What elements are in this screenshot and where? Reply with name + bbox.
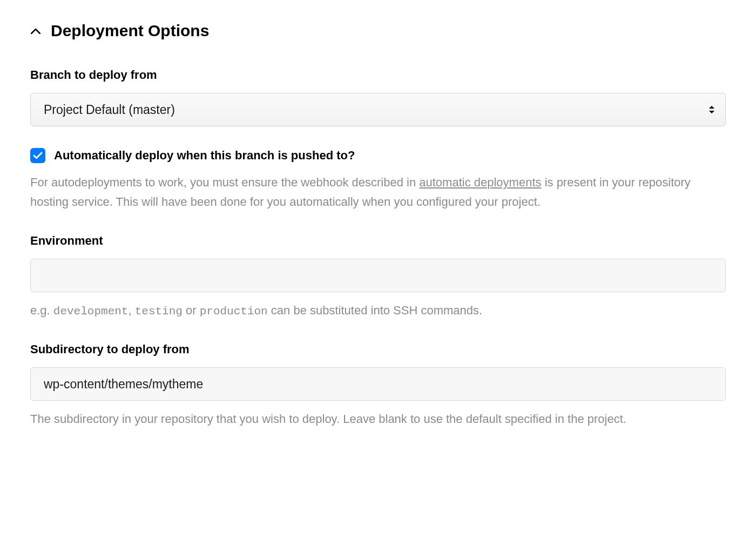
environment-hint-suffix: can be substituted into SSH commands. (268, 304, 482, 317)
autodeploy-help-text: For autodeployments to work, you must en… (30, 173, 726, 212)
autodeploy-help-prefix: For autodeployments to work, you must en… (30, 176, 419, 189)
branch-label: Branch to deploy from (30, 68, 726, 82)
environment-hint-code1: development (53, 305, 129, 318)
autodeploy-checkbox-row: Automatically deploy when this branch is… (30, 148, 726, 163)
branch-select[interactable]: Project Default (master) (30, 93, 726, 126)
environment-hint-code3: production (200, 305, 268, 318)
branch-select-wrapper: Project Default (master) (30, 93, 726, 126)
autodeploy-checkbox[interactable] (30, 148, 45, 163)
environment-hint-mid2: or (183, 304, 200, 317)
environment-field-group: Environment e.g. development, testing or… (30, 234, 726, 321)
environment-input[interactable] (30, 259, 726, 292)
environment-hint-prefix: e.g. (30, 304, 53, 317)
section-title: Deployment Options (51, 22, 209, 40)
environment-label: Environment (30, 234, 726, 248)
branch-field-group: Branch to deploy from Project Default (m… (30, 68, 726, 126)
subdirectory-hint: The subdirectory in your repository that… (30, 409, 726, 429)
section-header[interactable]: Deployment Options (30, 22, 726, 40)
subdirectory-input[interactable] (30, 367, 726, 401)
automatic-deployments-link[interactable]: automatic deployments (419, 176, 541, 189)
environment-hint-mid1: , (128, 304, 134, 317)
autodeploy-field-group: Automatically deploy when this branch is… (30, 148, 726, 212)
check-icon (33, 152, 43, 159)
chevron-up-icon (30, 25, 41, 36)
environment-hint: e.g. development, testing or production … (30, 301, 726, 321)
subdirectory-label: Subdirectory to deploy from (30, 342, 726, 356)
autodeploy-label[interactable]: Automatically deploy when this branch is… (54, 149, 355, 163)
environment-hint-code2: testing (135, 305, 183, 318)
subdirectory-field-group: Subdirectory to deploy from The subdirec… (30, 342, 726, 429)
